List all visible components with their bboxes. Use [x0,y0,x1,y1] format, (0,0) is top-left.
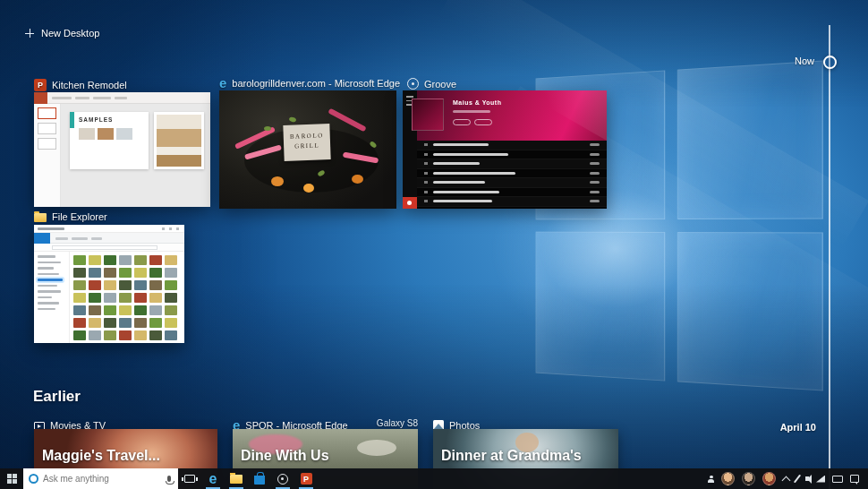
edge-icon: e [219,77,226,90]
groove-icon [407,78,419,90]
taskbar-search-box[interactable] [23,468,178,489]
taskbar-groove-button[interactable] [271,468,294,489]
network-icon[interactable] [816,476,825,483]
track-list [417,141,607,209]
microphone-icon[interactable] [167,476,171,482]
task-view-icon [184,475,195,483]
card-title: Maggie's Travel... [42,448,212,464]
card-title: Dine With Us [241,448,413,464]
now-playing-thumb [403,197,417,209]
groove-icon [277,474,288,485]
window-label-powerpoint: P Kitchen Remodel [34,78,127,91]
volume-icon[interactable] [805,476,809,481]
plus-icon [25,29,34,38]
timeline-date-label: April 10 [771,422,816,433]
window-thumbnail-explorer[interactable] [34,225,184,343]
start-button[interactable] [0,468,23,489]
folder-icon [34,213,47,222]
task-view-screen: New Desktop Now April 10 P Kitchen Remod… [0,0,868,489]
taskbar-explorer-button[interactable] [225,468,248,489]
contact-avatar[interactable] [742,472,755,485]
window-thumbnail-edge[interactable]: BAROLO GRILL [219,90,396,209]
timeline-track[interactable] [829,25,830,489]
window-label-explorer: File Explorer [34,210,107,223]
powerpoint-icon: P [34,79,47,91]
card-text-line: BAROLO [284,131,330,142]
pen-icon[interactable] [794,475,801,484]
taskbar-edge-button[interactable]: e [201,468,225,489]
explorer-nav-pane [34,252,70,343]
card-text-line: GRILL [284,141,330,151]
store-icon [254,476,265,485]
album-buttons [453,119,492,125]
timeline-scrubber-handle[interactable] [823,56,837,69]
search-input[interactable] [43,474,163,484]
album-title: Maius & Youth [453,99,501,106]
explorer-address-bar [34,244,184,252]
window-title: File Explorer [52,211,107,222]
powerpoint-ribbon [34,92,210,104]
task-view-button[interactable] [178,468,201,489]
window-thumbnail-powerpoint[interactable]: SAMPLES [34,92,210,207]
people-icon[interactable] [708,476,714,483]
slide-kitchen-photo [154,112,204,169]
window-title: barologrilldenver.com - Microsoft Edge [232,78,400,89]
taskbar-store-button[interactable] [248,468,271,489]
earlier-heading: Earlier [33,388,81,406]
explorer-titlebar [34,225,184,233]
contact-avatar[interactable] [721,472,735,485]
slide-canvas: SAMPLES [61,104,210,207]
window-title: Groove [424,79,456,90]
timeline-now-label: Now [777,56,814,66]
window-label-edge: e barologrilldenver.com - Microsoft Edge [219,76,400,90]
card-title: Dinner at Grandma's [441,448,613,464]
photo-thumbnails-grid [70,252,184,343]
barolo-grill-card: BAROLO GRILL [283,124,330,161]
taskbar-powerpoint-button[interactable]: P [294,468,318,489]
slide-samples: SAMPLES [70,112,149,169]
album-banner [417,90,607,141]
slide-heading: SAMPLES [79,116,143,123]
album-subtitle [453,110,490,113]
edge-icon: e [209,470,217,488]
explorer-ribbon [34,233,184,244]
taskbar: e P [0,468,868,489]
album-art [412,99,444,131]
slide-panel [34,104,61,207]
system-tray [708,472,868,485]
folder-icon [230,475,243,484]
powerpoint-icon: P [301,473,312,485]
window-label-groove: Groove [407,77,456,90]
contact-avatar[interactable] [762,472,776,485]
device-badge: Galaxy S8 [377,418,418,428]
window-thumbnail-groove[interactable]: Maius & Youth [403,90,607,209]
window-title: Kitchen Remodel [52,80,127,90]
windows-logo-icon [7,474,17,484]
new-desktop-button[interactable]: New Desktop [25,28,99,39]
keyboard-icon[interactable] [832,476,843,483]
chevron-up-icon[interactable] [782,476,791,485]
new-desktop-label: New Desktop [41,28,99,39]
action-center-icon[interactable] [850,475,859,483]
cortana-icon [29,474,38,484]
